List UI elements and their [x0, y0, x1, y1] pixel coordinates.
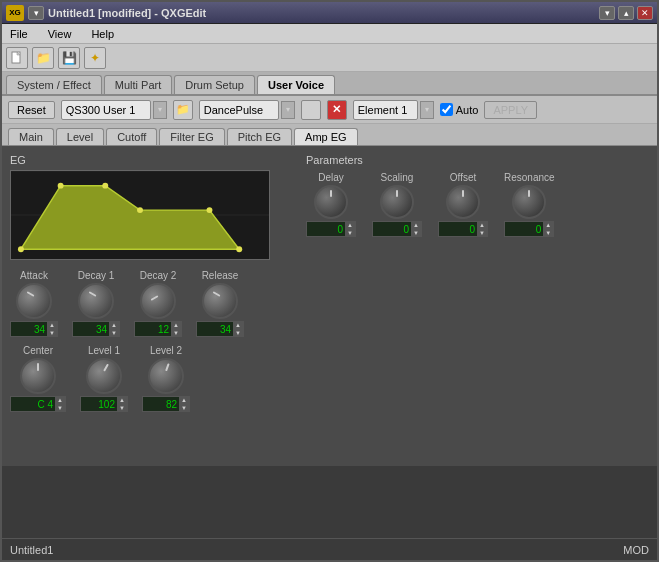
scaling-value-box: 0 ▲ ▼: [372, 221, 422, 237]
offset-knob[interactable]: [446, 185, 480, 219]
voice-dropdown: DancePulse ▾: [199, 100, 295, 120]
preset-select[interactable]: QS300 User 1: [61, 100, 151, 120]
menu-view[interactable]: View: [44, 27, 76, 41]
decay2-label: Decay 2: [140, 270, 177, 281]
reset-button[interactable]: Reset: [8, 101, 55, 119]
sub-tabs: Main Level Cutoff Filter EG Pitch EG Amp…: [2, 124, 657, 146]
element-select[interactable]: Element 1: [353, 100, 418, 120]
offset-label: Offset: [450, 172, 477, 183]
tab-drum-setup[interactable]: Drum Setup: [174, 75, 255, 94]
decay2-knob[interactable]: [140, 283, 176, 319]
delay-knob[interactable]: [314, 185, 348, 219]
attack-knob[interactable]: [16, 283, 52, 319]
auto-checkbox[interactable]: [440, 103, 453, 116]
decay1-up[interactable]: ▲: [109, 321, 119, 329]
tab-amp-eg[interactable]: Amp EG: [294, 128, 358, 145]
tab-level[interactable]: Level: [56, 128, 104, 145]
apply-button[interactable]: APPLY: [484, 101, 537, 119]
decay1-down[interactable]: ▼: [109, 329, 119, 337]
decay1-knob[interactable]: [78, 283, 114, 319]
new-button[interactable]: [6, 47, 28, 69]
element-arrow[interactable]: ▾: [420, 101, 434, 119]
center-up[interactable]: ▲: [55, 396, 65, 404]
decay2-group: Decay 2 12 ▲ ▼: [134, 270, 182, 337]
status-text: Untitled1: [10, 544, 53, 556]
level2-knob[interactable]: [148, 358, 184, 394]
scaling-down[interactable]: ▼: [411, 229, 421, 237]
center-down[interactable]: ▼: [55, 404, 65, 412]
offset-value: 0: [439, 224, 477, 235]
system-menu-btn[interactable]: ▾: [28, 6, 44, 20]
decay1-arrows: ▲ ▼: [109, 321, 119, 337]
release-value-box: 34 ▲ ▼: [196, 321, 244, 337]
special-button[interactable]: ✦: [84, 47, 106, 69]
open-button[interactable]: 📁: [32, 47, 54, 69]
menu-bar: File View Help: [2, 24, 657, 44]
level2-group: Level 2 82 ▲ ▼: [142, 345, 190, 412]
attack-down[interactable]: ▼: [47, 329, 57, 337]
release-arrows: ▲ ▼: [233, 321, 243, 337]
svg-point-10: [236, 246, 242, 252]
scaling-knob[interactable]: [380, 185, 414, 219]
level2-label: Level 2: [150, 345, 182, 356]
offset-value-box: 0 ▲ ▼: [438, 221, 488, 237]
tab-multi-part[interactable]: Multi Part: [104, 75, 172, 94]
offset-group: Offset 0 ▲ ▼: [438, 172, 488, 237]
resonance-label: Resonance: [504, 172, 555, 183]
record-btn[interactable]: ▪: [301, 100, 321, 120]
resonance-down[interactable]: ▼: [543, 229, 553, 237]
voice-arrow[interactable]: ▾: [281, 101, 295, 119]
close-btn[interactable]: ✕: [637, 6, 653, 20]
decay1-value-box: 34 ▲ ▼: [72, 321, 120, 337]
tab-filter-eg[interactable]: Filter EG: [159, 128, 224, 145]
attack-up[interactable]: ▲: [47, 321, 57, 329]
decay2-value: 12: [135, 324, 171, 335]
center-knob[interactable]: [20, 358, 56, 394]
menu-file[interactable]: File: [6, 27, 32, 41]
minimize-btn[interactable]: ▾: [599, 6, 615, 20]
tab-user-voice[interactable]: User Voice: [257, 75, 335, 94]
delay-down[interactable]: ▼: [345, 229, 355, 237]
knob-row-2: Center C 4 ▲ ▼ Level 1: [10, 345, 290, 412]
mod-indicator: MOD: [623, 544, 649, 556]
tab-pitch-eg[interactable]: Pitch EG: [227, 128, 292, 145]
preset-arrow[interactable]: ▾: [153, 101, 167, 119]
menu-help[interactable]: Help: [87, 27, 118, 41]
tab-main[interactable]: Main: [8, 128, 54, 145]
voice-select[interactable]: DancePulse: [199, 100, 279, 120]
offset-up[interactable]: ▲: [477, 221, 487, 229]
level2-down[interactable]: ▼: [179, 404, 189, 412]
folder-btn[interactable]: 📁: [173, 100, 193, 120]
decay2-up[interactable]: ▲: [171, 321, 181, 329]
release-down[interactable]: ▼: [233, 329, 243, 337]
resonance-knob[interactable]: [512, 185, 546, 219]
delete-btn[interactable]: ✕: [327, 100, 347, 120]
maximize-btn[interactable]: ▴: [618, 6, 634, 20]
toolbar: 📁 💾 ✦: [2, 44, 657, 72]
center-arrows: ▲ ▼: [55, 396, 65, 412]
release-up[interactable]: ▲: [233, 321, 243, 329]
tab-cutoff[interactable]: Cutoff: [106, 128, 157, 145]
element-dropdown: Element 1 ▾: [353, 100, 434, 120]
resonance-up[interactable]: ▲: [543, 221, 553, 229]
save-button[interactable]: 💾: [58, 47, 80, 69]
delay-up[interactable]: ▲: [345, 221, 355, 229]
delay-arrows: ▲ ▼: [345, 221, 355, 237]
release-label: Release: [202, 270, 239, 281]
tab-system-effect[interactable]: System / Effect: [6, 75, 102, 94]
offset-arrows: ▲ ▼: [477, 221, 487, 237]
knob-row-1: Attack 34 ▲ ▼ Decay 1: [10, 270, 290, 337]
release-knob[interactable]: [202, 283, 238, 319]
level1-up[interactable]: ▲: [117, 396, 127, 404]
scaling-arrows: ▲ ▼: [411, 221, 421, 237]
offset-down[interactable]: ▼: [477, 229, 487, 237]
resonance-group: Resonance 0 ▲ ▼: [504, 172, 555, 237]
decay1-label: Decay 1: [78, 270, 115, 281]
level1-down[interactable]: ▼: [117, 404, 127, 412]
scaling-up[interactable]: ▲: [411, 221, 421, 229]
level2-up[interactable]: ▲: [179, 396, 189, 404]
svg-marker-4: [21, 186, 239, 250]
decay2-down[interactable]: ▼: [171, 329, 181, 337]
level1-knob[interactable]: [86, 358, 122, 394]
window-title: Untitled1 [modified] - QXGEdit: [48, 7, 206, 19]
